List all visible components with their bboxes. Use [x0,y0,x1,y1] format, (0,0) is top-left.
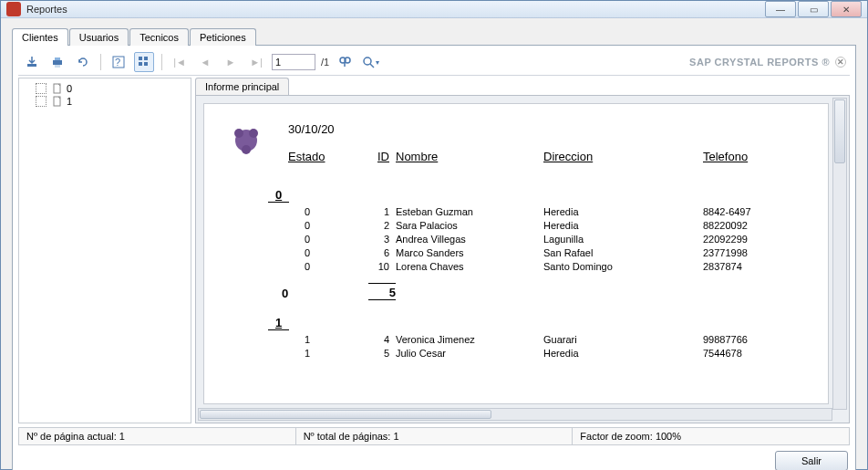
tree-label: 0 [67,83,72,94]
tab-peticiones[interactable]: Peticiones [190,28,256,46]
app-icon [6,2,21,16]
svg-point-18 [234,129,243,138]
refresh-icon[interactable] [73,52,93,72]
salir-button[interactable]: Salir [775,451,848,470]
export-icon[interactable] [22,52,42,72]
report-tab-row: Informe principal [195,78,850,95]
tab-tecnicos[interactable]: Tecnicos [129,28,189,46]
toolbar-separator [161,54,162,70]
status-current-page: Nº de página actual: 1 [19,428,296,444]
find-icon[interactable] [335,52,355,72]
svg-point-19 [249,129,258,138]
vertical-scrollbar[interactable] [832,98,847,410]
svg-point-13 [364,57,371,65]
prev-page-icon[interactable]: ◄ [195,52,215,72]
minimize-button[interactable]: — [765,1,796,17]
body-area: Clientes Usuarios Tecnicos Peticiones ? … [1,18,867,470]
tab-clientes[interactable]: Clientes [12,28,68,46]
status-total-pages: Nº total de páginas: 1 [296,428,574,444]
group-header-0: 0 [268,188,289,203]
last-page-icon[interactable]: ►| [246,52,266,72]
document-icon [52,96,63,107]
title-bar: Reportes — ▭ ✕ [1,1,867,18]
status-zoom: Factor de zoom: 100% [573,428,849,444]
svg-rect-8 [139,62,142,66]
tree-item-1[interactable]: 1 [23,95,187,108]
window-reportes: Reportes — ▭ ✕ Clientes Usuarios Tecnico… [0,0,868,470]
svg-rect-7 [144,57,148,60]
next-page-icon[interactable]: ► [221,52,241,72]
svg-rect-0 [27,64,36,67]
tree-item-0[interactable]: 0 [23,82,187,95]
document-icon [52,83,63,94]
brand-text: SAP CRYSTAL REPORTS ® [689,57,830,68]
first-page-icon[interactable]: |◄ [170,52,190,72]
report-logo-icon [226,120,266,161]
page-number-input[interactable] [272,54,315,70]
horizontal-scrollbar[interactable] [198,408,832,421]
footer-buttons: Salir [18,445,850,470]
window-controls: — ▭ ✕ [765,1,862,17]
main-tabs: Clientes Usuarios Tecnicos Peticiones [12,28,856,46]
group-header-1: 1 [268,316,289,330]
header-id: ID [377,150,389,163]
viewer-scroll: 30/10/20 Estado ID Nombre Direccion Tele… [198,98,847,410]
header-estado: Estado [288,150,325,163]
toolbar-separator [100,54,101,70]
svg-rect-9 [144,62,148,66]
viewer: 30/10/20 Estado ID Nombre Direccion Tele… [195,95,850,423]
group-tree-icon[interactable] [134,52,154,72]
tab-usuarios[interactable]: Usuarios [69,28,129,46]
status-bar: Nº de página actual: 1 Nº total de págin… [18,427,850,445]
parameters-icon[interactable]: ? [108,52,129,72]
maximize-button[interactable]: ▭ [798,1,829,17]
report-date: 30/10/20 [288,122,335,136]
svg-rect-6 [139,57,142,60]
svg-rect-2 [55,57,60,60]
svg-rect-1 [53,60,62,65]
page-total-label: /1 [321,57,329,68]
zoom-icon[interactable]: ▾ [360,52,380,72]
scroll-thumb[interactable] [834,99,845,163]
scroll-thumb[interactable] [200,410,491,419]
svg-text:?: ? [115,57,120,68]
close-viewer-icon[interactable]: ✕ [835,57,846,68]
report-page: 30/10/20 Estado ID Nombre Direccion Tele… [203,103,829,404]
report-toolbar: ? |◄ ◄ ► ►| /1 ▾ SAP CRYSTAL REPORTS ® ✕ [18,51,850,76]
report-area: 0 1 Informe principal 30/10/2 [18,78,850,423]
brand-label: SAP CRYSTAL REPORTS ® ✕ [689,57,846,68]
tree-label: 1 [67,96,72,107]
close-button[interactable]: ✕ [831,1,862,17]
svg-line-14 [370,64,374,68]
subtotal-count: 5 [368,283,396,300]
group-tree: 0 1 [18,78,191,423]
header-telefono: Telefono [703,150,748,163]
tab-panel: ? |◄ ◄ ► ►| /1 ▾ SAP CRYSTAL REPORTS ® ✕… [12,45,856,470]
subtotal-estado: 0 [282,287,288,300]
window-title: Reportes [26,4,765,15]
svg-point-20 [242,145,251,154]
print-icon[interactable] [47,52,67,72]
page-box: Informe principal 30/10/20 Estado ID [195,78,850,423]
header-direccion: Direccion [543,150,593,163]
report-tab-main[interactable]: Informe principal [195,78,289,95]
svg-rect-3 [55,65,60,68]
header-nombre: Nombre [396,150,438,163]
